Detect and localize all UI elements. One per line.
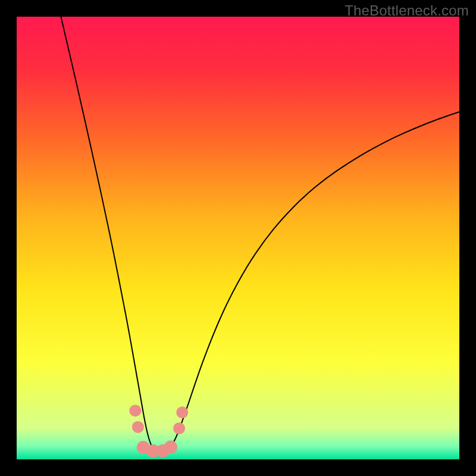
- outer-frame: TheBottleneck.com: [0, 0, 476, 476]
- marker-point: [164, 440, 177, 453]
- gradient-background: [17, 17, 459, 459]
- marker-point: [173, 422, 185, 434]
- chart-svg: [17, 17, 459, 459]
- marker-point: [132, 421, 144, 433]
- chart-plot-area: [17, 17, 459, 459]
- marker-point: [129, 405, 141, 416]
- marker-point: [176, 406, 188, 418]
